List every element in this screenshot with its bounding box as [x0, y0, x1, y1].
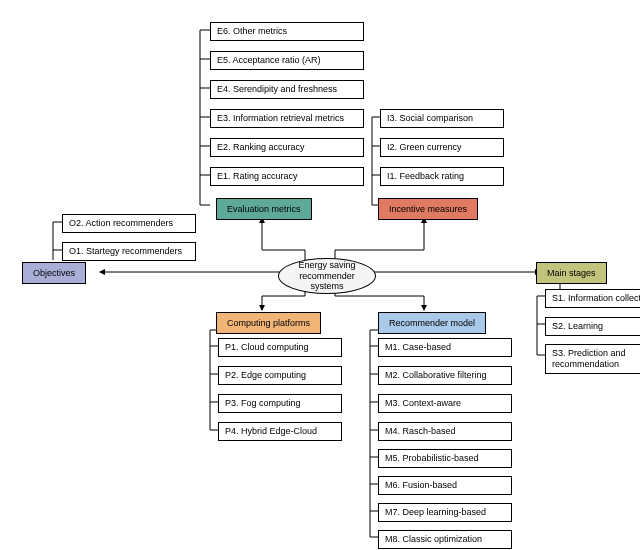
mod-m4: M4. Rasch-based: [378, 422, 512, 441]
comp-p2: P2. Edge computing: [218, 366, 342, 385]
center-label: Energy saving recommender systems: [283, 260, 371, 292]
inc-i2: I2. Green currency: [380, 138, 504, 157]
evaluation-title: Evaluation metrics: [227, 204, 301, 214]
comp-p3: P3. Fog computing: [218, 394, 342, 413]
center-node: Energy saving recommender systems: [278, 258, 376, 294]
eval-e4: E4. Serendipity and freshness: [210, 80, 364, 99]
evaluation-header: Evaluation metrics: [216, 198, 312, 220]
computing-title: Computing platforms: [227, 318, 310, 328]
mod-m5: M5. Probabilistic-based: [378, 449, 512, 468]
eval-e1: E1. Rating accuracy: [210, 167, 364, 186]
comp-p4: P4. Hybrid Edge-Cloud: [218, 422, 342, 441]
stage-s1: S1. Information collection: [545, 289, 640, 308]
mod-m6: M6. Fusion-based: [378, 476, 512, 495]
mainstages-title: Main stages: [547, 268, 596, 278]
computing-header: Computing platforms: [216, 312, 321, 334]
obj-o1: O1. Startegy recommenders: [62, 242, 196, 261]
eval-e6: E6. Other metrics: [210, 22, 364, 41]
inc-i1: I1. Feedback rating: [380, 167, 504, 186]
mod-m7: M7. Deep learning-based: [378, 503, 512, 522]
inc-i3: I3. Social comparison: [380, 109, 504, 128]
stage-s3: S3. Prediction and recommendation: [545, 344, 640, 374]
mainstages-header: Main stages: [536, 262, 607, 284]
incentive-title: Incentive measures: [389, 204, 467, 214]
objectives-header: Objectives: [22, 262, 86, 284]
model-title: Recommender model: [389, 318, 475, 328]
mod-m3: M3. Context-aware: [378, 394, 512, 413]
stage-s2: S2. Learning: [545, 317, 640, 336]
eval-e5: E5. Acceptance ratio (AR): [210, 51, 364, 70]
mod-m2: M2. Collaborative filtering: [378, 366, 512, 385]
obj-o2: O2. Action recommenders: [62, 214, 196, 233]
comp-p1: P1. Cloud computing: [218, 338, 342, 357]
mod-m8: M8. Classic optimization: [378, 530, 512, 549]
model-header: Recommender model: [378, 312, 486, 334]
eval-e3: E3. Information retrieval metrics: [210, 109, 364, 128]
incentive-header: Incentive measures: [378, 198, 478, 220]
eval-e2: E2. Ranking accuracy: [210, 138, 364, 157]
mod-m1: M1. Case-based: [378, 338, 512, 357]
objectives-title: Objectives: [33, 268, 75, 278]
